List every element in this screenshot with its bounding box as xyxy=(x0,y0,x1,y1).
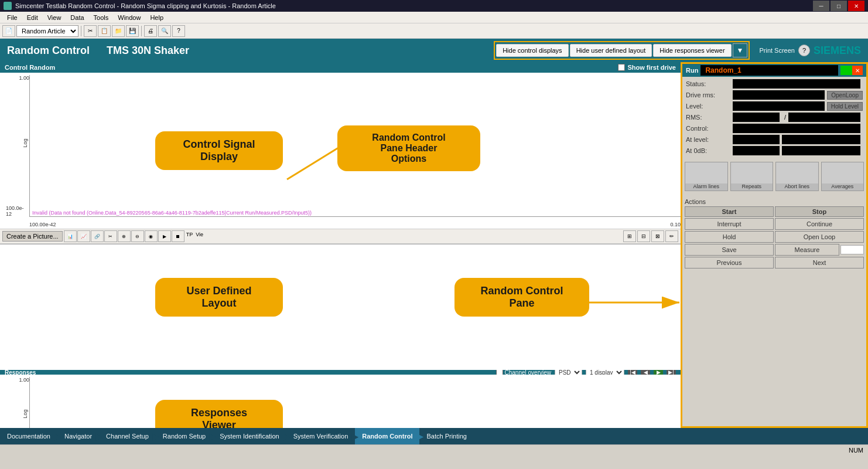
averages-chart xyxy=(822,162,864,183)
chart-toolbar-btn-6[interactable]: ⊖ xyxy=(131,230,144,242)
toolbar-btn-4[interactable]: 💾 xyxy=(126,25,139,37)
open-loop-button[interactable]: OpenLoop xyxy=(827,91,863,100)
right-panel-header: Run Random_1 ✕ xyxy=(682,64,866,77)
control-chart-area: 1.00 Log 100.0e-12 100.00e-42 0.10 Inval… xyxy=(0,73,681,229)
device-name: TMS 30N Shaker xyxy=(107,45,189,57)
alarm-lines-thumbnail[interactable]: Alarm lines xyxy=(685,162,728,191)
start-header: Start xyxy=(685,206,774,217)
menu-help[interactable]: Help xyxy=(145,13,168,22)
right-panel: Run Random_1 ✕ Status: Drive rms: OpenLo… xyxy=(681,62,868,428)
measure-button[interactable]: Measure xyxy=(775,244,839,256)
header-more-button[interactable]: ▼ xyxy=(733,43,748,57)
previous-button[interactable]: Previous xyxy=(685,257,774,269)
rms-label: RMS: xyxy=(686,114,733,121)
run-close-button[interactable]: ✕ xyxy=(852,66,863,75)
tab-batch-printing[interactable]: Batch Printing xyxy=(419,428,473,444)
level-row: Level: Hold Level xyxy=(686,101,863,111)
hide-control-displays-button[interactable]: Hide control displays xyxy=(496,44,569,57)
toolbar-btn-2[interactable]: 📋 xyxy=(98,25,111,37)
tab-random-setup[interactable]: Random Setup xyxy=(156,428,213,444)
tab-system-identification[interactable]: System Identification xyxy=(213,428,286,444)
toolbar-btn-5[interactable]: 🖨 xyxy=(144,25,157,37)
toolbar-btn-7[interactable]: ? xyxy=(172,25,185,37)
control-y-max: 1.00 xyxy=(19,75,29,81)
averages-label: Averages xyxy=(831,183,853,189)
close-button[interactable]: ✕ xyxy=(848,1,864,11)
toolbar-btn-3[interactable]: 📁 xyxy=(112,25,125,37)
hold-level-button[interactable]: Hold Level xyxy=(827,102,863,111)
save-button[interactable]: Save xyxy=(685,244,774,256)
menu-tools[interactable]: Tools xyxy=(89,13,114,22)
control-row: Control: xyxy=(686,124,863,133)
charts-container: Control Random Show first drive 1.00 Log… xyxy=(0,62,681,428)
actions-label-text: Actions xyxy=(685,198,706,205)
toolbar: 📄 Random Article ✂ 📋 📁 💾 🖨 🔍 ? xyxy=(0,23,868,39)
show-first-drive-checkbox[interactable] xyxy=(618,64,625,71)
hide-user-defined-layout-button[interactable]: Hide user defined layout xyxy=(570,44,652,57)
next-button[interactable]: Next xyxy=(775,257,864,269)
open-loop-action-button[interactable]: Open Loop xyxy=(775,231,864,243)
chart-icon-btn-3[interactable]: ⊠ xyxy=(651,230,664,242)
drive-rms-label: Drive rms: xyxy=(686,91,733,98)
repeats-chart xyxy=(731,162,773,183)
continue-button[interactable]: Continue xyxy=(775,218,864,230)
maximize-button[interactable]: □ xyxy=(831,1,847,11)
menu-data[interactable]: Data xyxy=(66,13,88,22)
abort-lines-thumbnail[interactable]: Abort lines xyxy=(775,162,819,191)
at-0db-label: At 0dB: xyxy=(686,147,733,154)
chart-icon-btn-4[interactable]: ✏ xyxy=(665,230,678,242)
actions-section-label: Actions xyxy=(682,197,866,206)
hide-responses-viewer-button[interactable]: Hide responses viewer xyxy=(653,44,731,57)
create-picture-button[interactable]: Create a Picture... xyxy=(2,231,63,242)
tab-channel-setup[interactable]: Channel Setup xyxy=(99,428,156,444)
control-error-text: Invalid (Data not found (Online.Data_54-… xyxy=(32,210,312,216)
abort-lines-chart xyxy=(776,162,818,183)
chart-toolbar-btn-3[interactable]: 🔗 xyxy=(91,230,104,242)
menu-file[interactable]: File xyxy=(2,13,22,22)
tab-navigator[interactable]: Navigator xyxy=(57,428,99,444)
repeats-thumbnail[interactable]: Repeats xyxy=(730,162,774,191)
control-signal-section: Control Random Show first drive 1.00 Log… xyxy=(0,62,681,244)
chart-toolbar-btn-2[interactable]: 📈 xyxy=(77,230,90,242)
menu-window[interactable]: Window xyxy=(113,13,145,22)
chart-toolbar-btn-7[interactable]: ◉ xyxy=(145,230,158,242)
tab-random-control[interactable]: Random Control xyxy=(355,428,419,444)
toolbar-btn-6[interactable]: 🔍 xyxy=(158,25,171,37)
toolbar-new[interactable]: 📄 xyxy=(2,25,15,37)
tab-documentation[interactable]: Documentation xyxy=(0,428,57,444)
window-controls: ─ □ ✕ xyxy=(813,1,864,11)
menu-view[interactable]: View xyxy=(43,13,66,22)
chart-icon-btn-2[interactable]: ⊟ xyxy=(637,230,650,242)
print-screen-button[interactable]: Print Screen xyxy=(759,47,795,54)
tab-system-verification[interactable]: System Verification xyxy=(286,428,356,444)
chart-toolbar-btn-1[interactable]: 📊 xyxy=(64,230,77,242)
at-level-label: At level: xyxy=(686,136,733,143)
at-level-value2 xyxy=(782,135,860,144)
chart-icon-btn-1[interactable]: ⊞ xyxy=(623,230,636,242)
at-level-value xyxy=(733,135,780,144)
drive-rms-value xyxy=(733,90,825,100)
chart-toolbar-btn-5[interactable]: ⊕ xyxy=(118,230,131,242)
user-defined-section xyxy=(0,244,681,370)
measure-input[interactable] xyxy=(840,245,864,254)
chart-toolbar-btn-4[interactable]: ✂ xyxy=(104,230,117,242)
interrupt-button[interactable]: Interrupt xyxy=(685,218,774,230)
siemens-logo: SIEMENS xyxy=(814,45,861,57)
article-dropdown[interactable]: Random Article xyxy=(16,25,78,37)
level-value xyxy=(733,101,825,111)
chart-toolbar-btn-9[interactable]: ⏹ xyxy=(172,230,184,242)
toolbar-btn-1[interactable]: ✂ xyxy=(84,25,97,37)
run-label: Run xyxy=(686,67,698,74)
help-button[interactable]: ? xyxy=(798,45,810,56)
main-layout: Control Random Show first drive 1.00 Log… xyxy=(0,62,868,428)
control-y-min: 100.0e-12 xyxy=(6,205,29,217)
repeats-label: Repeats xyxy=(741,183,761,189)
averages-thumbnail[interactable]: Averages xyxy=(821,162,864,191)
show-first-drive-area: Show first drive xyxy=(618,64,676,71)
chart-toolbar-btn-8[interactable]: ▶ xyxy=(158,230,171,242)
menu-edit[interactable]: Edit xyxy=(22,13,43,22)
at-level-row: At level: xyxy=(686,135,863,144)
control-x-labels: 100.00e-42 0.10 xyxy=(29,222,681,227)
hold-button[interactable]: Hold xyxy=(685,231,774,243)
minimize-button[interactable]: ─ xyxy=(813,1,829,11)
